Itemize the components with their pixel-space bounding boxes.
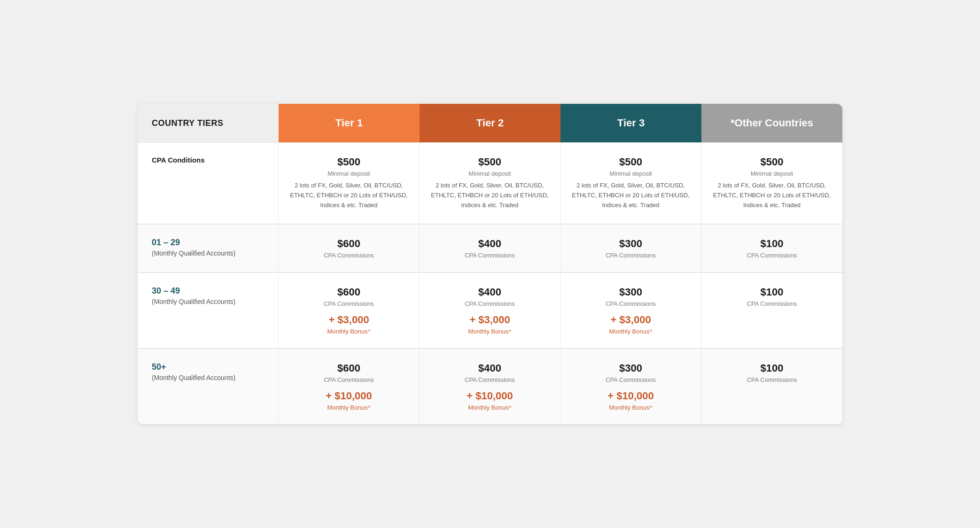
- tier1-label: Tier 1: [335, 117, 363, 129]
- row2-sublabel: (Monthly Qualified Accounts): [152, 298, 269, 305]
- row2-other-amount: $100: [711, 286, 833, 298]
- row3-tier2-sub: CPA Commissions: [429, 376, 551, 383]
- row2-tier2-sub: CPA Commissions: [429, 300, 551, 307]
- cpa-tier1-amount: $500: [288, 156, 410, 168]
- row1-tier3-cell: $300 CPA Commissions: [560, 225, 701, 272]
- row2-tier2-bonus-label: Monthly Bonus^: [429, 328, 551, 335]
- cpa-tier3-amount: $500: [570, 156, 692, 168]
- cpa-conditions-row: CPA Conditions $500 Minimal deposit 2 lo…: [138, 142, 842, 224]
- row3-tier3-bonus: + $10,000: [570, 390, 692, 402]
- row1-label: 01 – 29: [152, 238, 269, 248]
- header-row: COUNTRY TIERS Tier 1 Tier 2 Tier 3 *Othe…: [138, 104, 842, 142]
- header-tier3: Tier 3: [560, 104, 701, 142]
- row1-other-amount: $100: [711, 238, 833, 250]
- row3-tier1-cell: $600 CPA Commissions + $10,000 Monthly B…: [279, 349, 420, 424]
- cpa-tier2-amount: $500: [429, 156, 551, 168]
- row3: 50+ (Monthly Qualified Accounts) $600 CP…: [138, 349, 842, 424]
- row3-tier2-amount: $400: [429, 362, 551, 374]
- country-tiers-label: COUNTRY TIERS: [152, 118, 224, 128]
- country-tiers-table: COUNTRY TIERS Tier 1 Tier 2 Tier 3 *Othe…: [138, 104, 842, 424]
- row3-tier3-cell: $300 CPA Commissions + $10,000 Monthly B…: [560, 349, 701, 424]
- cpa-other-cell: $500 Minimal deposit 2 lots of FX, Gold,…: [701, 143, 842, 223]
- cpa-conditions-label-cell: CPA Conditions: [138, 143, 279, 223]
- cpa-tier1-cell: $500 Minimal deposit 2 lots of FX, Gold,…: [279, 143, 420, 223]
- row3-tier3-amount: $300: [570, 362, 692, 374]
- row1-sublabel: (Monthly Qualified Accounts): [152, 249, 269, 257]
- row3-tier1-amount: $600: [288, 362, 410, 374]
- row2-tier3-cell: $300 CPA Commissions + $3,000 Monthly Bo…: [560, 273, 701, 348]
- row2: 30 – 49 (Monthly Qualified Accounts) $60…: [138, 272, 842, 349]
- row2-tier3-bonus: + $3,000: [570, 314, 692, 326]
- row2-other-sub: CPA Commissions: [711, 300, 833, 307]
- row3-tier3-sub: CPA Commissions: [570, 376, 692, 383]
- row3-other-amount: $100: [711, 362, 833, 374]
- row1-tier1-cell: $600 CPA Commissions: [279, 225, 420, 272]
- row3-tier1-bonus-label: Monthly Bonus^: [288, 404, 410, 411]
- row1-tier1-amount: $600: [288, 238, 410, 250]
- cpa-tier1-amount-sub: Minimal deposit: [288, 170, 410, 177]
- other-label: *Other Countries: [731, 117, 813, 129]
- header-country-tiers: COUNTRY TIERS: [138, 104, 279, 142]
- row1-label-cell: 01 – 29 (Monthly Qualified Accounts): [138, 225, 279, 272]
- header-other: *Other Countries: [701, 104, 842, 142]
- row1-other-sub: CPA Commissions: [711, 252, 833, 259]
- row2-tier2-amount: $400: [429, 286, 551, 298]
- row3-tier2-bonus: + $10,000: [429, 390, 551, 402]
- tier3-label: Tier 3: [617, 117, 645, 129]
- row2-tier2-cell: $400 CPA Commissions + $3,000 Monthly Bo…: [420, 273, 560, 348]
- row1-tier3-amount: $300: [570, 238, 692, 250]
- row3-sublabel: (Monthly Qualified Accounts): [152, 374, 269, 381]
- cpa-other-amount: $500: [711, 156, 833, 168]
- row3-label-cell: 50+ (Monthly Qualified Accounts): [138, 349, 279, 424]
- cpa-other-conditions: 2 lots of FX, Gold, Silver, Oil, BTC/USD…: [711, 181, 833, 210]
- row3-other-sub: CPA Commissions: [711, 376, 833, 383]
- header-tier2: Tier 2: [420, 104, 560, 142]
- cpa-tier2-cell: $500 Minimal deposit 2 lots of FX, Gold,…: [420, 143, 560, 223]
- row3-other-cell: $100 CPA Commissions: [701, 349, 842, 424]
- row1-tier1-sub: CPA Commissions: [288, 252, 410, 259]
- cpa-tier3-cell: $500 Minimal deposit 2 lots of FX, Gold,…: [560, 143, 701, 223]
- row2-tier3-sub: CPA Commissions: [570, 300, 692, 307]
- row2-tier1-amount: $600: [288, 286, 410, 298]
- row1: 01 – 29 (Monthly Qualified Accounts) $60…: [138, 224, 842, 272]
- row3-tier2-bonus-label: Monthly Bonus^: [429, 404, 551, 411]
- cpa-conditions-label: CPA Conditions: [152, 156, 269, 164]
- row3-tier1-bonus: + $10,000: [288, 390, 410, 402]
- cpa-tier1-conditions: 2 lots of FX, Gold, Silver, Oil, BTC/USD…: [288, 181, 410, 210]
- row2-tier3-amount: $300: [570, 286, 692, 298]
- row2-tier1-cell: $600 CPA Commissions + $3,000 Monthly Bo…: [279, 273, 420, 348]
- row1-tier2-cell: $400 CPA Commissions: [420, 225, 560, 272]
- row1-tier3-sub: CPA Commissions: [570, 252, 692, 259]
- row2-label-cell: 30 – 49 (Monthly Qualified Accounts): [138, 273, 279, 348]
- row2-other-cell: $100 CPA Commissions: [701, 273, 842, 348]
- row3-tier3-bonus-label: Monthly Bonus^: [570, 404, 692, 411]
- row3-tier1-sub: CPA Commissions: [288, 376, 410, 383]
- cpa-other-amount-sub: Minimal deposit: [711, 170, 833, 177]
- row2-tier1-sub: CPA Commissions: [288, 300, 410, 307]
- row1-tier2-sub: CPA Commissions: [429, 252, 551, 259]
- cpa-tier2-conditions: 2 lots of FX, Gold, Silver, Oil, BTC/USD…: [429, 181, 551, 210]
- row3-tier2-cell: $400 CPA Commissions + $10,000 Monthly B…: [420, 349, 560, 424]
- row2-tier3-bonus-label: Monthly Bonus^: [570, 328, 692, 335]
- row2-tier1-bonus-label: Monthly Bonus^: [288, 328, 410, 335]
- row1-tier2-amount: $400: [429, 238, 551, 250]
- row1-other-cell: $100 CPA Commissions: [701, 225, 842, 272]
- row2-tier1-bonus: + $3,000: [288, 314, 410, 326]
- cpa-tier3-amount-sub: Minimal deposit: [570, 170, 692, 177]
- row2-tier2-bonus: + $3,000: [429, 314, 551, 326]
- row3-label: 50+: [152, 362, 269, 372]
- cpa-tier3-conditions: 2 lots of FX, Gold, Silver, Oil, BTC/USD…: [570, 181, 692, 210]
- header-tier1: Tier 1: [279, 104, 420, 142]
- row2-label: 30 – 49: [152, 286, 269, 296]
- tier2-label: Tier 2: [476, 117, 504, 129]
- cpa-tier2-amount-sub: Minimal deposit: [429, 170, 551, 177]
